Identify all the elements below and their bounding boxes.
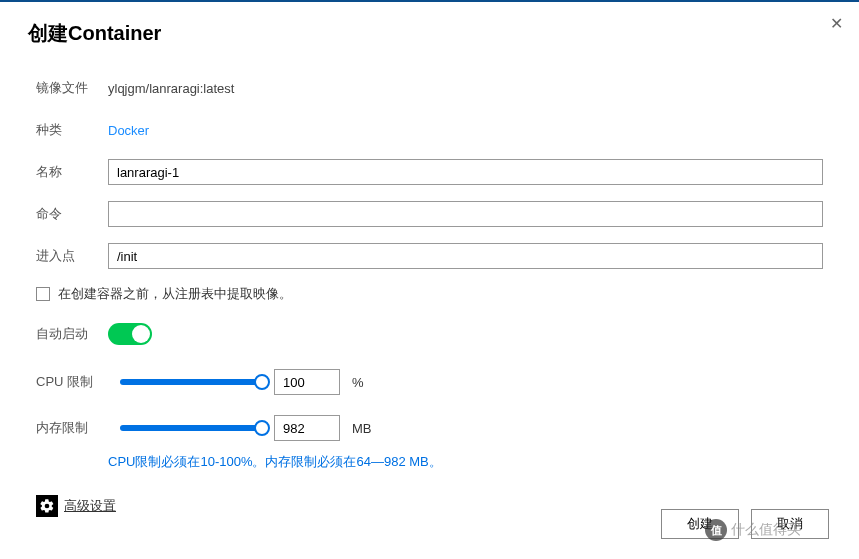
command-row: 命令 xyxy=(36,201,823,227)
name-row: 名称 xyxy=(36,159,823,185)
type-link[interactable]: Docker xyxy=(108,123,149,138)
cpu-unit: % xyxy=(352,375,364,390)
type-row: 种类 Docker xyxy=(36,117,823,143)
entrypoint-row: 进入点 xyxy=(36,243,823,269)
autostart-toggle[interactable] xyxy=(108,323,152,345)
image-row: 镜像文件 ylqjgm/lanraragi:latest xyxy=(36,75,823,101)
limit-hint: CPU限制必须在10-100%。内存限制必须在64—982 MB。 xyxy=(108,453,823,471)
close-icon[interactable]: ✕ xyxy=(830,14,843,33)
mem-input[interactable] xyxy=(274,415,340,441)
create-container-dialog: ✕ 创建Container 镜像文件 ylqjgm/lanraragi:late… xyxy=(0,0,859,559)
pull-checkbox-row: 在创建容器之前，从注册表中提取映像。 xyxy=(36,285,823,303)
pull-checkbox[interactable] xyxy=(36,287,50,301)
mem-slider[interactable] xyxy=(120,425,262,431)
gear-icon xyxy=(36,495,58,517)
name-input[interactable] xyxy=(108,159,823,185)
command-input[interactable] xyxy=(108,201,823,227)
dialog-title: 创建Container xyxy=(0,2,859,75)
toggle-knob xyxy=(132,325,150,343)
mem-unit: MB xyxy=(352,421,372,436)
create-button[interactable]: 创建 xyxy=(661,509,739,539)
entrypoint-label: 进入点 xyxy=(36,247,108,265)
type-label: 种类 xyxy=(36,121,108,139)
autostart-row: 自动启动 xyxy=(36,321,823,347)
mem-limit-row: 内存限制 MB xyxy=(36,415,823,441)
cpu-slider[interactable] xyxy=(120,379,262,385)
cpu-slider-thumb[interactable] xyxy=(254,374,270,390)
form-body: 镜像文件 ylqjgm/lanraragi:latest 种类 Docker 名… xyxy=(0,75,859,517)
cancel-button[interactable]: 取消 xyxy=(751,509,829,539)
autostart-label: 自动启动 xyxy=(36,325,108,343)
mem-limit-label: 内存限制 xyxy=(36,419,108,437)
cpu-limit-label: CPU 限制 xyxy=(36,373,108,391)
cpu-input[interactable] xyxy=(274,369,340,395)
image-label: 镜像文件 xyxy=(36,79,108,97)
advanced-settings-link[interactable]: 高级设置 xyxy=(64,497,116,515)
cpu-limit-row: CPU 限制 % xyxy=(36,369,823,395)
dialog-footer: 创建 取消 xyxy=(661,509,829,539)
pull-checkbox-label: 在创建容器之前，从注册表中提取映像。 xyxy=(58,285,292,303)
mem-slider-thumb[interactable] xyxy=(254,420,270,436)
name-label: 名称 xyxy=(36,163,108,181)
image-value: ylqjgm/lanraragi:latest xyxy=(108,81,234,96)
entrypoint-input[interactable] xyxy=(108,243,823,269)
command-label: 命令 xyxy=(36,205,108,223)
